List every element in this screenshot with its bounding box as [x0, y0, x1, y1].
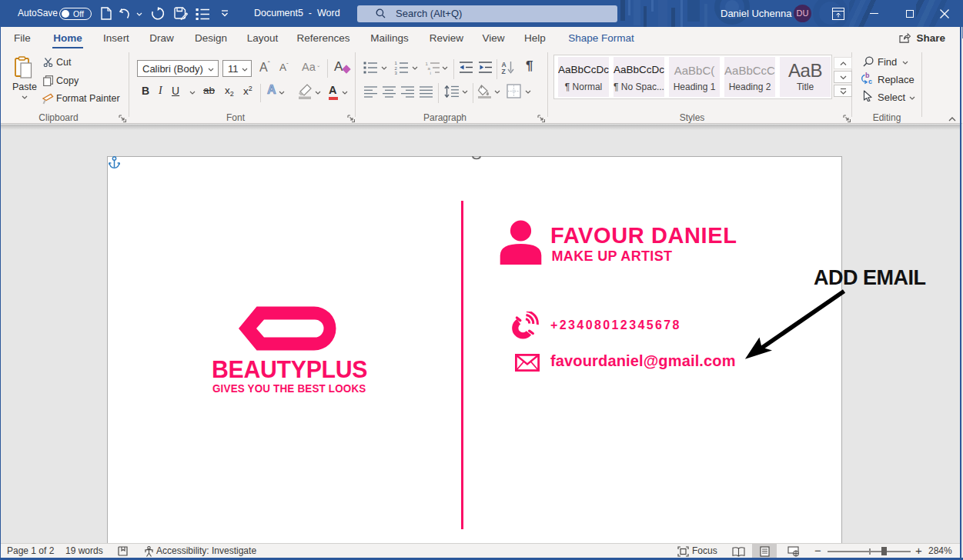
svg-text:3: 3	[395, 71, 398, 75]
svg-text:1: 1	[395, 61, 398, 65]
svg-text:i: i	[430, 71, 431, 75]
svg-text:c: c	[868, 78, 872, 85]
svg-text:Z: Z	[502, 68, 506, 75]
svg-text:2: 2	[395, 66, 398, 71]
